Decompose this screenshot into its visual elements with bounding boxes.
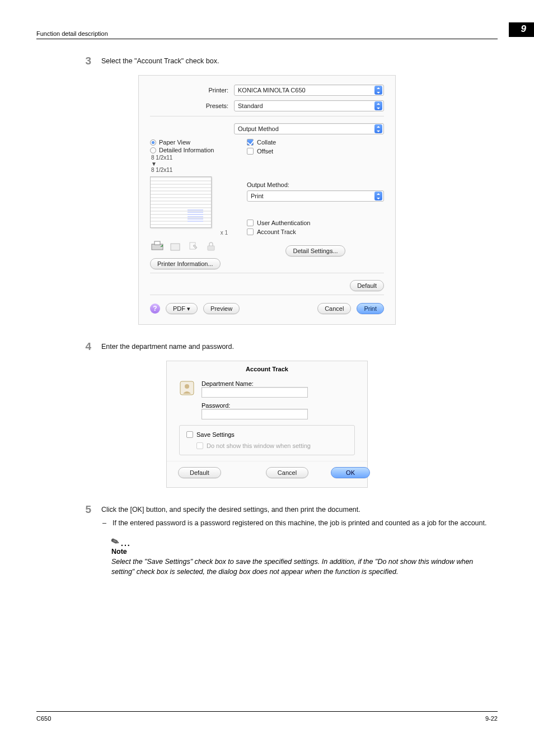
account-track-dialog: Account Track Department Name: Password:… [166,361,368,488]
printer-select-value: KONICA MINOLTA C650 [238,87,374,94]
presets-select-value: Standard [238,102,374,109]
printer-info-button[interactable]: Printer Information... [150,258,221,269]
radio-dot-icon [150,139,156,146]
step-number: 4 [70,340,101,353]
print-dialog: Printer: KONICA MINOLTA C650 Presets: St… [138,75,396,325]
step-text: Enter the department name and password. [101,340,234,353]
checkbox-label: Save Settings [196,431,235,438]
paper-size-bottom: 8 1/2x11 [151,167,231,173]
department-name-input[interactable] [202,387,308,398]
output-method-value: Print [251,193,374,199]
paper-size-top: 8 1/2x11 [151,155,231,161]
panel-select[interactable]: Output Method [234,123,384,134]
password-input[interactable] [202,409,308,419]
checkbox-label: Collate [257,139,276,146]
dialog-title: Account Track [167,361,367,376]
checkbox-label: User Authentication [257,220,310,226]
svg-rect-1 [154,241,160,245]
staple-icon [186,240,200,253]
radio-label: Detailed Information [159,147,214,153]
user-auth-checkbox[interactable]: User Authentication [247,220,384,226]
printer-icon [150,240,165,253]
chapter-badge: 9 [509,22,534,37]
print-button[interactable]: Print [357,303,384,314]
select-arrows-icon [374,124,382,133]
printer-label: Printer: [150,87,234,94]
printer-select[interactable]: KONICA MINOLTA C650 [234,85,384,96]
detail-settings-button[interactable]: Detail Settings... [285,245,345,256]
pdf-button[interactable]: PDF ▾ [166,303,198,314]
note-dots-icon: ... [121,539,131,548]
checkbox-label: Offset [257,148,273,155]
checkbox-icon [247,148,254,155]
checkbox-icon [186,431,193,438]
default-button[interactable]: Default [178,467,221,478]
checkbox-icon [247,220,254,226]
step-number: 5 [70,503,101,527]
header-section-title: Function detail description [36,30,509,37]
step-sub-text: If the entered password is a password re… [113,519,486,527]
paper-arrow-icon: ▼ [151,161,231,167]
preview-button[interactable]: Preview [203,303,240,314]
checkbox-icon [247,139,254,146]
tray-icon [168,240,182,253]
radio-detailed-info[interactable]: Detailed Information [150,147,231,153]
account-track-checkbox[interactable]: Account Track [247,228,384,235]
footer-model: C650 [36,715,51,722]
select-arrows-icon [374,192,382,200]
step-number: 3 [70,55,101,67]
select-arrows-icon [374,86,382,95]
note-heading: Note [111,548,498,556]
svg-rect-4 [208,246,214,250]
output-method-label: Output Method: [247,181,384,188]
radio-dot-icon [150,147,156,153]
panel-select-value: Output Method [238,125,374,132]
checkbox-label: Do not show this window when setting [207,442,311,449]
ok-button[interactable]: OK [331,467,370,478]
copy-count: x 1 [150,230,228,236]
do-not-show-checkbox: Do not show this window when setting [196,442,348,449]
presets-label: Presets: [150,102,234,109]
avatar-icon [179,380,195,396]
department-name-label: Department Name: [202,380,308,387]
step-text: Click the [OK] button, and specify the d… [101,503,486,514]
paper-preview [150,176,212,228]
step-text: Select the "Account Track" check box. [101,55,219,67]
help-icon[interactable]: ? [150,304,160,314]
cancel-button[interactable]: Cancel [317,303,351,314]
radio-paper-view[interactable]: Paper View [150,139,231,146]
checkbox-icon [247,228,254,235]
svg-point-6 [185,384,189,389]
lock-icon [204,240,218,253]
note-pen-icon: ✎ [110,535,121,549]
checkbox-label: Account Track [257,228,296,235]
save-settings-checkbox[interactable]: Save Settings [186,431,348,438]
output-method-select[interactable]: Print [247,190,384,202]
default-button[interactable]: Default [350,280,384,291]
footer-page: 9-22 [485,715,498,722]
presets-select[interactable]: Standard [234,100,384,111]
checkbox-icon [196,442,203,449]
svg-rect-2 [171,244,180,250]
password-label: Password: [202,402,308,409]
note-body: Select the "Save Settings" check box to … [111,557,498,577]
collate-checkbox[interactable]: Collate [247,139,384,146]
cancel-button[interactable]: Cancel [266,467,308,478]
radio-label: Paper View [159,139,190,146]
select-arrows-icon [374,101,382,110]
bullet-dash: – [101,519,113,527]
offset-checkbox[interactable]: Offset [247,148,384,155]
